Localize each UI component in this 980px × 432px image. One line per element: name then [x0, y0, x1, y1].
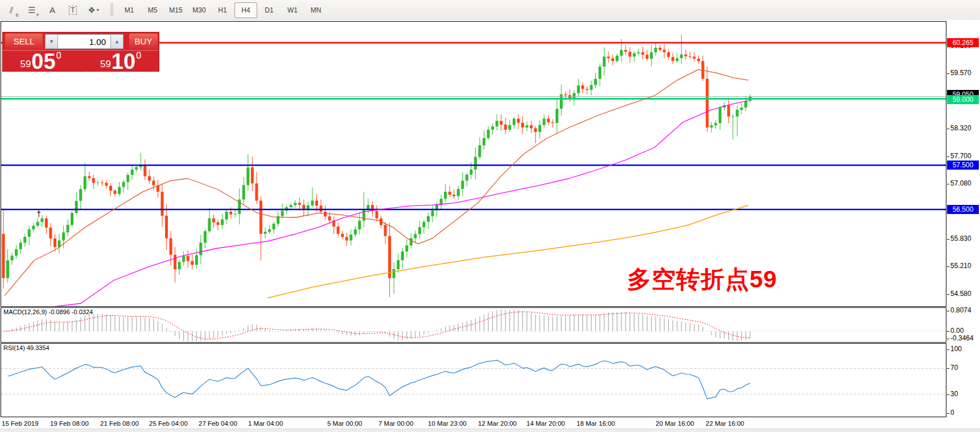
rsi-canvas[interactable]	[1, 344, 946, 417]
time-axis[interactable]: 15 Feb 201919 Feb 08:0021 Feb 08:0025 Fe…	[0, 420, 980, 429]
timeframe-button-m5[interactable]: M5	[141, 2, 164, 18]
candle-body	[500, 121, 503, 125]
candle-body	[84, 176, 87, 190]
timeframe-button-h1[interactable]: H1	[211, 2, 234, 18]
candle-body	[324, 212, 327, 216]
fibonacci-retracement-button[interactable]: ☰F	[23, 2, 41, 19]
candle-body	[204, 231, 207, 242]
candle-body	[79, 189, 82, 201]
candle-body	[672, 57, 674, 61]
toolbar-grip[interactable]	[110, 3, 113, 17]
time-label: 27 Feb 04:00	[199, 420, 237, 427]
candle-body	[680, 55, 683, 59]
timeframe-buttons-group: M1M5M15M30H1H4D1W1MN	[118, 2, 328, 18]
sell-price-display[interactable]: 59 05 0	[3, 51, 79, 72]
candle-body	[32, 226, 35, 229]
candle-body	[555, 109, 558, 123]
candle-body	[88, 176, 90, 178]
candle-body	[131, 170, 134, 175]
sell-price-pips: 05	[31, 52, 55, 71]
candle-body	[53, 238, 56, 247]
candle-body	[650, 52, 653, 59]
candle-body	[586, 89, 588, 90]
fibonacci-retracement-icon: ☰	[28, 5, 35, 15]
drawing-tools-group: ⫽E☰FAT❖▾	[0, 2, 102, 19]
macd-histogram	[3, 310, 750, 341]
candle-body	[414, 234, 417, 238]
candle-body	[714, 123, 717, 125]
candle-body	[658, 48, 661, 50]
candle-body	[255, 183, 258, 200]
trading-terminal-window: ⫽E☰FAT❖▾ M1M5M15M30H1H4D1W1MN ▲USOil-,H4…	[0, 0, 980, 432]
candle-body	[105, 183, 108, 186]
text-tool-icon: T	[69, 6, 76, 15]
timeframe-button-w1[interactable]: W1	[281, 2, 304, 18]
candle-body	[234, 214, 237, 215]
buy-price-display[interactable]: 59 10 0	[83, 51, 159, 72]
trade-panel-prices: 59 05 0 59 10 0	[3, 50, 159, 72]
candle-body	[148, 176, 151, 181]
chart-object-marker[interactable]: †	[36, 209, 41, 219]
buy-button[interactable]: BUY	[129, 34, 158, 49]
candle-body	[170, 238, 172, 255]
timeframe-button-d1[interactable]: D1	[258, 2, 281, 18]
candle-body	[143, 165, 146, 176]
candle-body	[320, 205, 323, 212]
candle-body	[633, 54, 636, 57]
candle-body	[410, 238, 413, 246]
equidistant-channel-button[interactable]: ⫽E	[2, 2, 20, 19]
candle-body	[603, 57, 606, 67]
candle-body	[187, 256, 190, 261]
timeframe-button-mn[interactable]: MN	[304, 2, 327, 18]
volume-increase-button[interactable]: ▲	[110, 34, 123, 49]
candle-body	[62, 232, 65, 240]
arrows-button[interactable]: ❖▾	[84, 2, 102, 19]
candle-body	[706, 79, 709, 127]
text-tool-button[interactable]: T	[64, 2, 82, 19]
timeframe-button-m30[interactable]: M30	[188, 2, 211, 18]
text-label-button[interactable]: A	[43, 2, 61, 19]
candle-body	[161, 192, 164, 216]
candle-body	[401, 252, 404, 260]
candle-body	[534, 128, 537, 132]
candle-body	[208, 219, 211, 232]
dropdown-caret-icon[interactable]: ▾	[97, 7, 99, 13]
candle-body	[273, 224, 275, 229]
time-label: 18 Mar 16:00	[577, 420, 615, 427]
candle-body	[513, 119, 516, 125]
window-bottom-edge	[0, 429, 980, 432]
macd-header: MACD(12,26,9) -0.0896 -0.0324	[3, 308, 93, 315]
time-label: 22 Mar 16:00	[706, 420, 744, 427]
toolbar: ⫽E☰FAT❖▾ M1M5M15M30H1H4D1W1MN	[0, 0, 980, 20]
equidistant-channel-icon: ⫽	[10, 5, 14, 15]
candle-body	[470, 170, 472, 175]
volume-input[interactable]	[58, 34, 110, 49]
candle-body	[744, 101, 747, 108]
candle-body	[174, 255, 176, 270]
candle-body	[637, 52, 640, 54]
timeframe-button-h4[interactable]: H4	[234, 2, 257, 18]
candle-body	[508, 125, 511, 130]
rsi-panel[interactable]: RSI(14) 49.3354	[1, 343, 946, 417]
volume-decrease-button[interactable]: ▼	[45, 34, 58, 49]
macd-panel[interactable]: MACD(12,26,9) -0.0896 -0.0324	[1, 307, 946, 343]
rsi-scale-70: 70	[950, 364, 958, 372]
sell-button[interactable]: SELL	[5, 34, 43, 49]
timeframe-button-m15[interactable]: M15	[164, 2, 187, 18]
equidistant-channel-badge: E	[16, 13, 19, 18]
candle-body	[616, 56, 619, 61]
timeframe-button-m1[interactable]: M1	[118, 2, 141, 18]
candle-body	[28, 229, 31, 237]
macd-canvas[interactable]	[1, 308, 946, 342]
candle-body	[19, 242, 22, 249]
candle-body	[388, 236, 391, 278]
price-axis[interactable]: 60.19059.57058.95058.32057.70057.08056.4…	[947, 0, 980, 432]
candle-body	[101, 183, 104, 183]
chart-window: ▲USOil-,H4 58.920 59.100 58.920 59.050 †…	[0, 20, 980, 429]
analyst-annotation-text: 多空转折点59	[627, 264, 777, 295]
candle-body	[251, 167, 254, 183]
price-tick-55.210: 55.210	[950, 262, 971, 270]
candle-body	[697, 59, 700, 61]
candle-body	[263, 232, 266, 234]
candle-body	[393, 269, 396, 278]
